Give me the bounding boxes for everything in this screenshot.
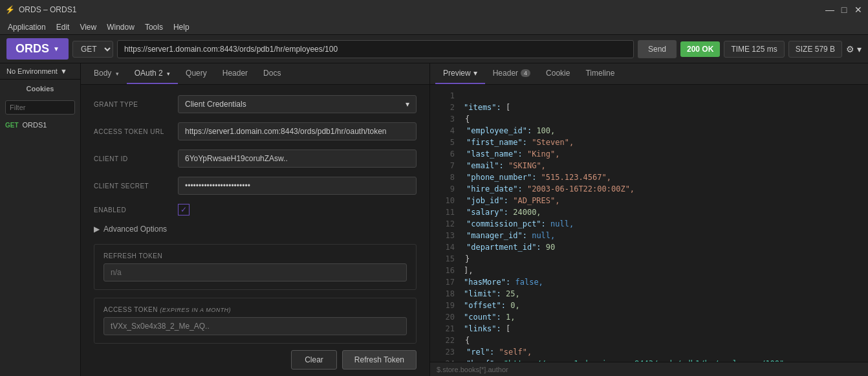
line-content: "hasMore": false,: [462, 276, 543, 288]
json-line: 4"employee_id": 100,: [430, 125, 868, 137]
url-input[interactable]: [117, 40, 634, 58]
json-value: "King",: [527, 149, 560, 159]
json-line: 17"hasMore": false,: [430, 276, 868, 288]
get-badge: GET: [5, 122, 19, 129]
json-line: 6"last_name": "King",: [430, 148, 868, 160]
line-content: {: [462, 113, 470, 125]
json-key: "count":: [464, 313, 506, 322]
environment-selector[interactable]: No Environment ▼: [0, 63, 80, 80]
settings-button[interactable]: ⚙ ▾: [846, 44, 862, 54]
json-line: 23"rel": "self",: [430, 346, 868, 358]
size-badge: SIZE 579 B: [788, 41, 842, 58]
line-number: 1: [435, 90, 455, 102]
method-select[interactable]: GET: [72, 41, 113, 58]
json-key: "limit":: [464, 289, 506, 298]
json-key: "email":: [466, 161, 508, 170]
line-content: "phone_number": "515.123.4567",: [462, 171, 611, 183]
access-token-url-input[interactable]: [178, 122, 417, 140]
tab-cookie[interactable]: Cookie: [538, 63, 578, 84]
access-token-input[interactable]: [103, 317, 407, 335]
refresh-token-button[interactable]: Refresh Token: [342, 350, 417, 370]
grant-type-arrow: ▾: [406, 100, 409, 109]
line-number: 21: [435, 323, 455, 335]
refresh-token-input[interactable]: [103, 263, 407, 282]
maximize-button[interactable]: □: [840, 5, 849, 14]
json-value: 100,: [536, 126, 555, 135]
tab-timeline[interactable]: Timeline: [578, 63, 622, 84]
refresh-token-label: REFRESH TOKEN: [103, 252, 407, 260]
bottom-bar: $.store.books[*].author: [430, 362, 868, 376]
menu-tools[interactable]: Tools: [140, 21, 168, 33]
line-number: 20: [435, 311, 455, 323]
menu-view[interactable]: View: [74, 21, 102, 33]
line-number: 15: [435, 253, 455, 265]
request-item[interactable]: GET ORDS1: [0, 117, 80, 133]
line-number: 18: [435, 288, 455, 300]
json-value: "SKING",: [508, 161, 546, 170]
line-content: "employee_id": 100,: [462, 125, 555, 137]
tab-preview[interactable]: Preview ▾: [435, 63, 485, 84]
menu-application[interactable]: Application: [3, 21, 51, 33]
json-value: 0,: [510, 301, 519, 310]
tab-docs[interactable]: Docs: [255, 63, 288, 84]
line-content: "email": "SKING",: [462, 160, 546, 171]
json-key: "last_name":: [466, 149, 527, 159]
line-content: "commission_pct": null,: [462, 218, 574, 230]
env-arrow: ▼: [60, 67, 67, 75]
json-value: 25,: [506, 289, 520, 298]
json-value: false,: [515, 278, 543, 287]
line-content: "department_id": 90: [462, 241, 555, 253]
tab-query[interactable]: Query: [178, 63, 215, 84]
env-label: No Environment: [6, 67, 58, 75]
tab-body[interactable]: Body ▾: [86, 63, 127, 84]
header-badge: 4: [521, 69, 530, 77]
center-tabs: Body ▾ OAuth 2 ▾ Query Header Docs: [81, 63, 429, 85]
grant-type-select[interactable]: Client Credentials ▾: [178, 95, 417, 113]
json-line: 3{: [430, 113, 868, 125]
tab-header[interactable]: Header: [215, 63, 255, 84]
enabled-label: ENABLED: [94, 206, 178, 214]
enabled-checkbox[interactable]: ✓: [178, 204, 190, 216]
advanced-options-toggle[interactable]: ▶ Advanced Options: [94, 225, 417, 234]
json-line: 2"items": [: [430, 102, 868, 113]
access-token-url-row: ACCESS TOKEN URL: [94, 122, 417, 140]
line-number: 23: [435, 346, 455, 358]
client-id-label: CLIENT ID: [94, 155, 178, 162]
refresh-token-section: REFRESH TOKEN: [94, 244, 417, 290]
json-key: "first_name":: [466, 138, 532, 147]
send-button[interactable]: Send: [638, 40, 677, 58]
line-content: "salary": 24000,: [462, 206, 541, 218]
json-line: 9"hire_date": "2003-06-16T22:00:00Z",: [430, 183, 868, 195]
json-line: 15}: [430, 253, 868, 265]
clear-button[interactable]: Clear: [291, 350, 337, 370]
client-id-input[interactable]: [178, 149, 417, 168]
menu-window[interactable]: Window: [102, 21, 140, 33]
bottom-bar-text: $.store.books[*].author: [437, 366, 508, 373]
line-content: "manager_id": null,: [462, 230, 555, 241]
tab-right-header[interactable]: Header 4: [485, 63, 538, 84]
line-content: {: [462, 335, 470, 346]
menu-edit[interactable]: Edit: [51, 21, 75, 33]
menu-help[interactable]: Help: [168, 21, 195, 33]
window-controls: — □ ✕: [825, 5, 863, 14]
time-badge: TIME 125 ms: [724, 41, 784, 58]
tab-oauth2[interactable]: OAuth 2 ▾: [127, 63, 178, 84]
left-sidebar: No Environment ▼ Cookies GET ORDS1: [0, 63, 81, 376]
line-number: 22: [435, 335, 455, 346]
json-key: "salary":: [466, 208, 513, 217]
minimize-button[interactable]: —: [825, 5, 834, 14]
client-secret-label: CLIENT SECRET: [94, 182, 178, 190]
oauth-arrow: ▾: [167, 71, 170, 77]
json-value: "self",: [499, 348, 532, 357]
json-line: 14"department_id": 90: [430, 241, 868, 253]
close-button[interactable]: ✕: [854, 5, 863, 14]
filter-input[interactable]: [5, 100, 75, 115]
line-number: 8: [435, 171, 455, 183]
client-secret-input[interactable]: [178, 177, 417, 195]
line-number: 11: [435, 206, 455, 218]
app-name-badge[interactable]: ORDS ▼: [6, 38, 69, 60]
client-secret-row: CLIENT SECRET: [94, 177, 417, 195]
right-tabs: Preview ▾ Header 4 Cookie Timeline: [430, 63, 868, 85]
json-line: 7"email": "SKING",: [430, 160, 868, 171]
json-value: 1,: [506, 313, 515, 322]
